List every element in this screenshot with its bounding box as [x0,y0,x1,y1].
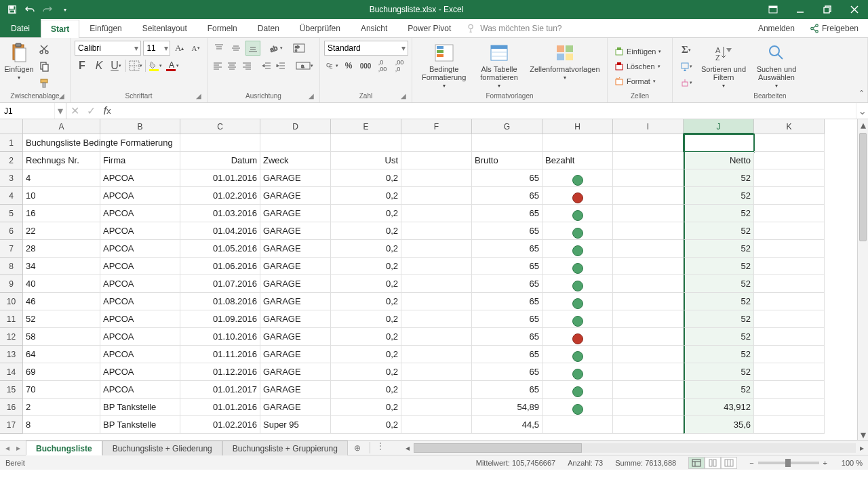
cell-J15[interactable]: 52 [684,381,754,399]
cell-J4[interactable]: 52 [684,187,754,205]
row-header-9[interactable]: 9 [0,275,23,293]
format-as-table-button[interactable]: Als Tabelle formatieren▾ [474,41,524,92]
cell-E5[interactable]: 0,2 [331,205,401,222]
cell-E10[interactable]: 0,2 [331,293,401,310]
cell-G16[interactable]: 54,89 [472,399,542,416]
cell-G2[interactable]: Brutto [472,152,542,169]
cell-H5[interactable] [542,205,613,222]
row-header-10[interactable]: 10 [0,293,23,310]
cell-D12[interactable]: GARAGE [260,328,331,346]
increase-indent-icon[interactable] [275,58,287,73]
cell-F5[interactable] [401,205,472,222]
maximize-icon[interactable] [814,0,841,19]
cell-C11[interactable]: 01.09.2016 [180,310,260,328]
autosum-icon[interactable]: Σ▾ [677,43,696,58]
row-header-7[interactable]: 7 [0,240,23,258]
cell-H9[interactable] [542,275,613,293]
ribbon-tab-formeln[interactable]: Formeln [197,19,248,37]
cell-H17[interactable] [542,416,613,434]
cell-E8[interactable]: 0,2 [331,258,401,275]
cell-I15[interactable] [613,381,684,399]
ribbon-display-icon[interactable] [760,0,787,19]
cell-B3[interactable]: APCOA [100,169,180,187]
page-layout-view-icon[interactable] [705,457,721,469]
align-middle-icon[interactable] [229,41,243,56]
font-size-combo[interactable]: ▾ [143,41,170,56]
cell-J17[interactable]: 35,6 [684,416,754,434]
collapse-ribbon-icon[interactable]: ˄ [859,89,864,100]
cell-K16[interactable] [754,399,825,416]
row-header-13[interactable]: 13 [0,346,23,363]
cell-E17[interactable]: 0,2 [331,416,401,434]
cell-A16[interactable]: 2 [23,399,100,416]
cell-F17[interactable] [401,416,472,434]
cell-K11[interactable] [754,310,825,328]
tab-scroll-left-icon[interactable]: ◂ [5,443,9,453]
cut-icon[interactable] [37,42,52,57]
cell-E3[interactable]: 0,2 [331,169,401,187]
clipboard-launcher-icon[interactable]: ◢ [58,92,66,100]
ribbon-tab-überprüfen[interactable]: Überprüfen [290,19,351,37]
row-header-6[interactable]: 6 [0,222,23,240]
cell-K6[interactable] [754,222,825,240]
zoom-level[interactable]: 100 % [831,459,863,467]
cell-K1[interactable] [754,134,825,152]
bold-icon[interactable]: F [75,58,90,73]
cell-G4[interactable]: 65 [472,187,542,205]
cell-A6[interactable]: 22 [23,222,100,240]
cell-C4[interactable]: 01.02.2016 [180,187,260,205]
decrease-indent-icon[interactable] [260,58,273,73]
cell-I11[interactable] [613,310,684,328]
minimize-icon[interactable] [787,0,814,19]
zoom-out-icon[interactable]: − [749,459,753,467]
cell-E16[interactable]: 0,2 [331,399,401,416]
cell-G1[interactable] [472,134,542,152]
sheet-tab[interactable]: Buchungsliste + Gliederung [102,441,222,455]
cell-I1[interactable] [613,134,684,152]
cell-J10[interactable]: 52 [684,293,754,310]
cell-B5[interactable]: APCOA [100,205,180,222]
cell-D3[interactable]: GARAGE [260,169,331,187]
cell-B2[interactable]: Firma [100,152,180,169]
ribbon-tab-einfügen[interactable]: Einfügen [79,19,132,37]
row-header-5[interactable]: 5 [0,205,23,222]
cell-A10[interactable]: 46 [23,293,100,310]
cell-J6[interactable]: 52 [684,222,754,240]
row-header-16[interactable]: 16 [0,399,23,416]
cell-H12[interactable] [542,328,613,346]
align-bottom-icon[interactable] [245,41,260,56]
horizontal-scrollbar-track[interactable] [414,443,856,453]
cell-J13[interactable]: 52 [684,346,754,363]
clear-icon[interactable]: ▾ [677,75,696,90]
row-header-17[interactable]: 17 [0,416,23,434]
increase-font-icon[interactable]: A▴ [172,41,186,56]
cell-C7[interactable]: 01.05.2016 [180,240,260,258]
namebox-dropdown-icon[interactable]: ▾ [54,103,66,119]
cell-H14[interactable] [542,363,613,381]
cell-I14[interactable] [613,363,684,381]
ribbon-tab-start[interactable]: Start [41,20,79,38]
cell-B14[interactable]: APCOA [100,363,180,381]
cell-E11[interactable]: 0,2 [331,310,401,328]
cell-F12[interactable] [401,328,472,346]
ribbon-tab-ansicht[interactable]: Ansicht [351,19,397,37]
insert-function-icon[interactable]: fx [99,104,115,119]
cell-A13[interactable]: 64 [23,346,100,363]
redo-icon[interactable] [39,2,56,17]
cell-D17[interactable]: Super 95 [260,416,331,434]
cell-F2[interactable] [401,152,472,169]
cell-G7[interactable]: 65 [472,240,542,258]
paste-button[interactable]: Einfügen▾ [4,41,34,92]
delete-cells-button[interactable]: Löschen ▾ [612,60,664,73]
cell-G15[interactable]: 65 [472,381,542,399]
column-header-C[interactable]: C [180,119,260,134]
column-header-I[interactable]: I [613,119,684,134]
cell-G8[interactable]: 65 [472,258,542,275]
page-break-view-icon[interactable] [721,457,737,469]
align-top-icon[interactable] [212,41,226,56]
zoom-slider[interactable] [758,462,819,464]
cell-J9[interactable]: 52 [684,275,754,293]
cell-K8[interactable] [754,258,825,275]
normal-view-icon[interactable] [688,457,705,469]
cell-B4[interactable]: APCOA [100,187,180,205]
